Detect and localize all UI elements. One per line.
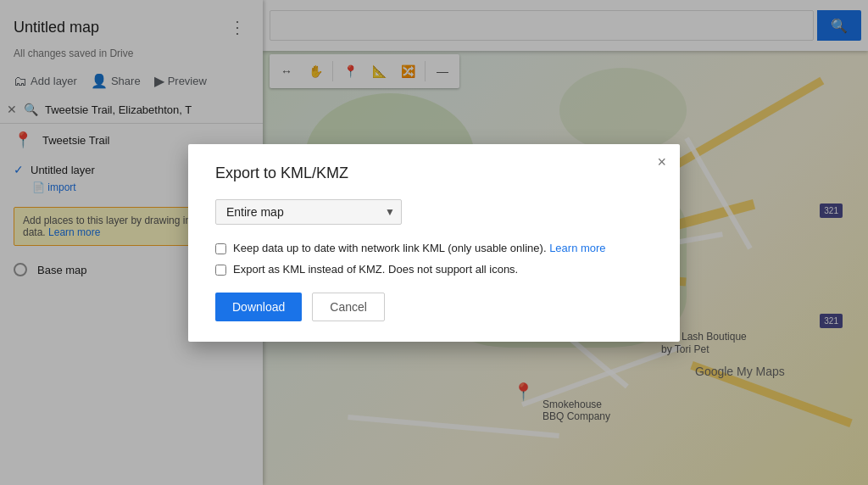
kml-export-checkbox[interactable] [215,265,226,276]
dialog-buttons: Download Cancel [215,293,653,321]
modal-overlay: × Export to KML/KMZ Entire map Current l… [0,0,868,485]
dialog-close-button[interactable]: × [657,154,666,170]
network-link-label: Keep data up to date with network link K… [233,242,606,254]
download-button[interactable]: Download [215,293,302,321]
checkbox-row-kml: Export as KML instead of KMZ. Does not s… [215,263,653,276]
map-background: 321 321 Tweetsie Trail Tweetsie Trail Th… [0,0,868,485]
export-dialog: × Export to KML/KMZ Entire map Current l… [188,144,680,342]
cancel-button[interactable]: Cancel [312,293,385,321]
network-link-checkbox[interactable] [215,243,226,254]
dialog-title: Export to KML/KMZ [215,164,653,182]
checkbox-row-network: Keep data up to date with network link K… [215,242,653,254]
kml-export-label: Export as KML instead of KMZ. Does not s… [233,263,518,276]
export-scope-select[interactable]: Entire map Current layer [215,199,402,225]
learn-more-link[interactable]: Learn more [549,242,605,254]
select-wrapper: Entire map Current layer ▼ [215,199,402,225]
